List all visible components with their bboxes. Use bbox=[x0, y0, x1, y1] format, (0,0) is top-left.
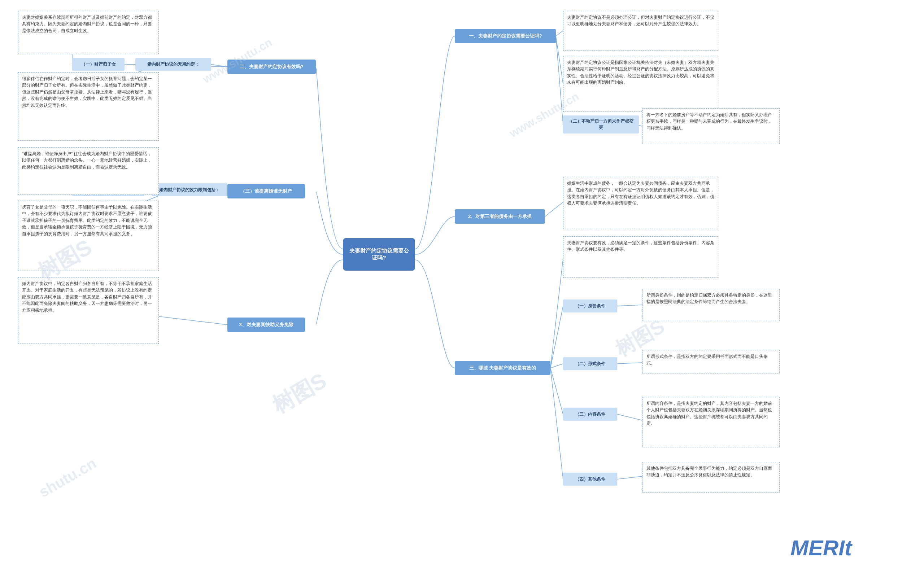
right-l1-node-1: 一、夫妻财产约定协议需要公证吗? bbox=[455, 29, 556, 43]
svg-line-4 bbox=[545, 202, 563, 216]
center-label: 夫妻财产约定协议需要公证吗? bbox=[350, 247, 409, 261]
merit-logo: MERIt bbox=[790, 536, 852, 561]
text-box-lt3: "谁提离婚，谁便净身出户" 往往会成为婚内财产协议中的恩爱情话，以便任何一方都打… bbox=[18, 147, 159, 195]
left-l2-node-4: 婚内财产协议的效力限制包括： bbox=[152, 183, 228, 196]
text-box-rt6: 所谓身份条件，指的是约定归属双方必须具备特定的身份，在这里指的是按照民法典的法定… bbox=[642, 289, 780, 321]
right-l2-node-4: （三）内容条件 bbox=[563, 408, 617, 421]
left-l2-node-2: 婚内财产协议的无用约定： bbox=[135, 58, 211, 71]
text-box-rt8: 所谓内容条件，是指夫妻约定的财产，其内容包括夫妻一方的婚前个人财产也包括夫妻双方… bbox=[642, 397, 780, 447]
left-l2-node-1: （一）财产归子女 bbox=[72, 58, 125, 71]
right-l2-node-1: （二）不动产归一方但未作产权变 更 bbox=[563, 115, 639, 134]
svg-line-0 bbox=[556, 31, 563, 36]
text-box-rt2: 夫妻财产约定协议公证是指国家公证机关依法对夫（未婚夫妻）双方就夫妻关系存续期间实… bbox=[563, 56, 718, 112]
center-node: 夫妻财产约定协议需要公证吗? bbox=[343, 238, 415, 270]
right-l1-node-2: 2、对第三者的债务由一方承担 bbox=[455, 209, 545, 224]
text-box-lt2: 很多伴侣在作财产约定时，会考虑日后子女的抚育问题，会约定某一部分的财产归子女所有… bbox=[18, 72, 159, 141]
svg-line-2 bbox=[556, 36, 563, 124]
text-box-lt4: 抚育子女是父母的一项天职，不能因任何事由予以免除。在实际生活中，会有不少要求代为… bbox=[18, 201, 159, 271]
text-box-rt5: 夫妻财产协议要有效，必须满足一定的条件，这些条件包括身份条件、内容条件、形式条件… bbox=[563, 236, 718, 278]
text-box-rt7: 所谓形式条件，是指双方的约定要采用书面形式而不能是口头形式。 bbox=[642, 350, 780, 373]
right-l2-node-3: （二）形式条件 bbox=[563, 357, 617, 370]
left-l1-node-1: 二、夫妻财产约定协议有效吗? bbox=[228, 59, 316, 74]
svg-line-1 bbox=[556, 36, 563, 84]
text-box-rt9: 其他条件包括双方具备完全民事行为能力，约定必须是双方自愿而非胁迫，约定并不违反公… bbox=[642, 462, 780, 493]
text-box-rt4: 婚姻生活中形成的债务，一般会认定为夫妻共同债务，应由夫妻双方共同承担。在婚内财产… bbox=[563, 177, 718, 229]
right-l2-node-2: （一）身份条件 bbox=[563, 300, 617, 312]
text-box-lt1: 夫妻对婚姻关系存续期间所得的财产以及婚前财产的约定，对双方都具有约束力。因为夫妻… bbox=[18, 11, 159, 54]
right-l1-node-3: 三、哪些 夫妻财产协议是有效的 bbox=[455, 361, 550, 375]
text-box-lt5: 婚内财产协议中，约定各自财产归各自所有，不等于不承担家庭生活开支。对于家庭生活的… bbox=[18, 277, 159, 344]
left-l1-node-3: 3、对夫妻间扶助义务免除 bbox=[228, 318, 305, 332]
svg-line-12 bbox=[550, 368, 563, 479]
text-box-rt1: 夫妻财产约定协议不是必须办理公证，但对夫妻财产约定协议进行公证，不仅可以更明确地… bbox=[563, 11, 718, 51]
svg-line-10 bbox=[550, 368, 563, 414]
svg-line-13 bbox=[617, 476, 642, 479]
text-box-rt3: 将一方名下的婚前房产等不动产约定为婚后共有，但实际又办理产权更名手续，同样是一种… bbox=[642, 108, 780, 144]
svg-line-7 bbox=[617, 305, 642, 306]
svg-line-9 bbox=[617, 363, 642, 364]
svg-line-11 bbox=[617, 414, 642, 420]
svg-line-8 bbox=[550, 364, 563, 368]
svg-line-5 bbox=[550, 259, 563, 368]
left-l1-node-2: （三）谁提离婚谁无财产 bbox=[228, 184, 305, 198]
right-l2-node-5: （四）其他条件 bbox=[563, 473, 617, 486]
